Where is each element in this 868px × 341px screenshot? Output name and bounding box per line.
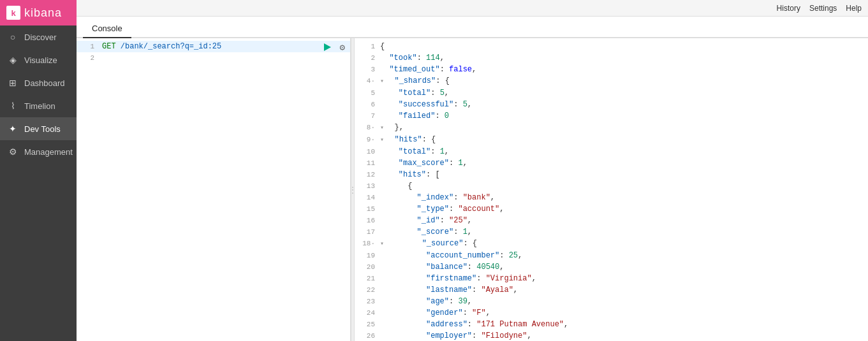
management-icon: ⚙ xyxy=(8,147,18,157)
help-link[interactable]: Help xyxy=(846,4,862,13)
response-line: 22 "lastname": "Ayala", xyxy=(355,284,868,296)
resp-content: { xyxy=(380,41,868,52)
settings-link[interactable]: Settings xyxy=(809,4,837,13)
line-num-1: 1 xyxy=(77,41,99,52)
kibana-logo[interactable]: k kibana xyxy=(0,0,77,25)
sidebar-nav: ○ Discover ◈ Visualize ⊞ Dashboard ⌇ Tim… xyxy=(0,25,77,163)
sidebar-item-discover[interactable]: ○ Discover xyxy=(0,25,77,48)
resp-line-num: 6 xyxy=(355,99,380,110)
sidebar-label-visualize: Visualize xyxy=(24,55,57,65)
response-line: 21 "firstname": "Virginia", xyxy=(355,273,868,284)
resp-line-num: 3 xyxy=(355,64,380,75)
fold-marker[interactable]: ▾ xyxy=(380,124,384,131)
resp-line-num: 15 xyxy=(355,203,380,215)
editor-line-2: 2 xyxy=(77,52,350,64)
response-line: 20 "balance": 40540, xyxy=(355,261,868,273)
resp-line-num: 1 xyxy=(355,41,380,52)
resp-line-num: 20 xyxy=(355,261,380,273)
resp-line-num: 12 xyxy=(355,169,380,180)
response-line: 19 "account_number": 25, xyxy=(355,250,868,261)
resp-content: ▾ "_shards": { xyxy=(380,75,868,87)
editor-lines[interactable]: 1 GET /bank/_search?q=_id:25 2 xyxy=(77,38,350,341)
sidebar-label-devtools: Dev Tools xyxy=(24,124,61,134)
resp-content: ▾ }, xyxy=(380,122,868,134)
devtools-icon: ✦ xyxy=(8,124,18,134)
resp-content: ▾ "_source": { xyxy=(380,238,868,250)
response-line: 7 "failed": 0 xyxy=(355,110,868,122)
fold-marker[interactable]: ▾ xyxy=(380,136,384,143)
visualize-icon: ◈ xyxy=(8,55,18,65)
response-line: 9· ▾ "hits": { xyxy=(355,134,868,146)
response-line: 15 "_type": "account", xyxy=(355,203,868,215)
response-line: 25 "address": "171 Putnam Avenue", xyxy=(355,319,868,330)
response-line: 4· ▾ "_shards": { xyxy=(355,75,868,87)
sidebar-item-dashboard[interactable]: ⊞ Dashboard xyxy=(0,71,77,94)
resp-line-num: 5 xyxy=(355,87,380,99)
resp-line-num: 19 xyxy=(355,250,380,261)
sidebar-label-discover: Discover xyxy=(24,33,57,42)
resp-line-num: 17 xyxy=(355,226,380,238)
logo-icon: k xyxy=(6,6,20,20)
response-line: 24 "gender": "F", xyxy=(355,307,868,319)
response-line: 3 "timed_out": false, xyxy=(355,64,868,75)
resp-content: "took": 114, xyxy=(380,52,868,64)
resp-content: { xyxy=(380,180,868,192)
resp-line-num: 23 xyxy=(355,296,380,307)
editor-line-1[interactable]: 1 GET /bank/_search?q=_id:25 xyxy=(77,41,350,52)
resp-line-num: 9· xyxy=(355,134,380,146)
timelion-icon: ⌇ xyxy=(8,101,18,111)
resp-content: "_type": "account", xyxy=(380,203,868,215)
resp-content: "total": 5, xyxy=(380,87,868,99)
history-link[interactable]: History xyxy=(777,4,800,13)
fold-marker[interactable]: ▾ xyxy=(380,78,384,85)
resp-line-num: 11 xyxy=(355,157,380,169)
resp-content: "age": 39, xyxy=(380,296,868,307)
sidebar-label-management: Management xyxy=(24,147,73,157)
query-path: /bank/_search?q=_id:25 xyxy=(116,42,222,51)
resp-line-num: 21 xyxy=(355,273,380,284)
resp-line-num: 22 xyxy=(355,284,380,296)
main-content: HistorySettingsHelp Console 1 GET /bank/… xyxy=(77,0,868,341)
sidebar-item-timelion[interactable]: ⌇ Timelion xyxy=(0,94,77,117)
resp-content: "firstname": "Virginia", xyxy=(380,273,868,284)
tab-console[interactable]: Console xyxy=(83,20,131,38)
response-line: 11 "max_score": 1, xyxy=(355,157,868,169)
resp-content: "address": "171 Putnam Avenue", xyxy=(380,319,868,330)
svg-marker-0 xyxy=(324,43,331,51)
topbar-actions: HistorySettingsHelp xyxy=(777,4,862,13)
line-content-1: GET /bank/_search?q=_id:25 xyxy=(99,41,350,52)
resp-content: "_score": 1, xyxy=(380,226,868,238)
logo-text: kibana xyxy=(24,6,62,20)
resp-line-num: 10 xyxy=(355,146,380,157)
response-line: 10 "total": 1, xyxy=(355,146,868,157)
sidebar-item-devtools[interactable]: ✦ Dev Tools xyxy=(0,117,77,140)
resp-line-num: 13 xyxy=(355,180,380,192)
editor-panel: 1 GET /bank/_search?q=_id:25 2 ⚙ xyxy=(77,38,351,341)
http-method: GET xyxy=(102,42,116,51)
resp-line-num: 2 xyxy=(355,52,380,64)
resp-content: "hits": [ xyxy=(380,169,868,180)
resp-content: "lastname": "Ayala", xyxy=(380,284,868,296)
resp-line-num: 24 xyxy=(355,307,380,319)
devtools-content: 1 GET /bank/_search?q=_id:25 2 ⚙ 1 { 2 "… xyxy=(77,38,868,341)
wrench-button[interactable]: ⚙ xyxy=(340,42,345,53)
response-line: 6 "successful": 5, xyxy=(355,99,868,110)
response-line: 26 "employer": "Filodyne", xyxy=(355,330,868,341)
sidebar-item-management[interactable]: ⚙ Management xyxy=(0,140,77,163)
resp-content: "failed": 0 xyxy=(380,110,868,122)
run-button[interactable] xyxy=(322,42,332,52)
resp-content: "employer": "Filodyne", xyxy=(380,330,868,341)
response-line: 13 { xyxy=(355,180,868,192)
sidebar-item-visualize[interactable]: ◈ Visualize xyxy=(0,48,77,71)
resp-content: "gender": "F", xyxy=(380,307,868,319)
sidebar-label-timelion: Timelion xyxy=(24,101,55,111)
response-line: 14 "_index": "bank", xyxy=(355,192,868,203)
resp-line-num: 7 xyxy=(355,110,380,122)
response-line: 5 "total": 5, xyxy=(355,87,868,99)
topbar: HistorySettingsHelp xyxy=(77,0,868,17)
resp-line-num: 25 xyxy=(355,319,380,330)
response-panel: 1 { 2 "took": 114, 3 "timed_out": false,… xyxy=(355,38,868,341)
response-line: 1 { xyxy=(355,41,868,52)
fold-marker[interactable]: ▾ xyxy=(380,240,384,247)
response-line: 16 "_id": "25", xyxy=(355,215,868,226)
